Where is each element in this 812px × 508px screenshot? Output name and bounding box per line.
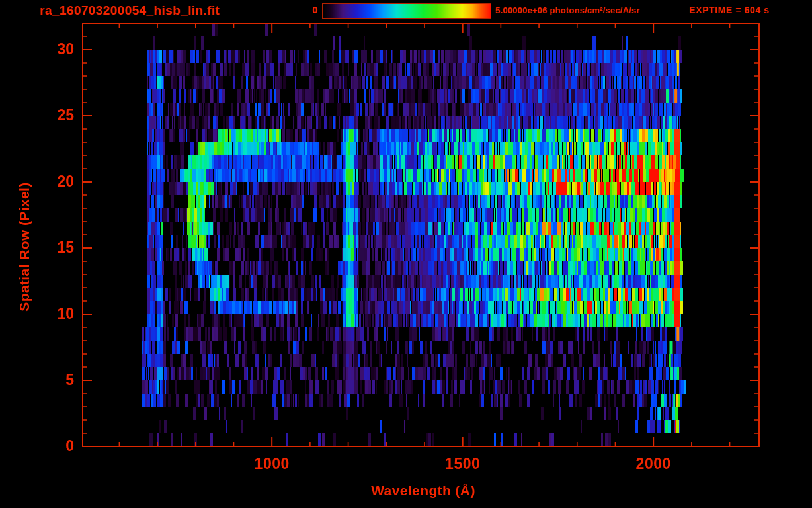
y-tick-label: 25: [0, 106, 74, 124]
y-tick-label: 30: [0, 40, 74, 58]
y-tick-label: 5: [0, 371, 74, 389]
y-axis-title: Spatial Row (Pixel): [17, 182, 32, 311]
colorbar-min-label: 0: [298, 5, 317, 15]
colorbar-max-label: 5.00000e+06 photons/cm²/sec/A/sr: [495, 5, 639, 15]
x-axis-title: Wavelength (Å): [371, 483, 475, 499]
y-tick-label: 15: [0, 239, 74, 257]
spectrum-viewer-screen: ra_160703200054_hisb_lin.fit 0 5.00000e+…: [0, 0, 812, 508]
x-tick-label: 1500: [445, 455, 480, 473]
x-tick-label: 1000: [255, 455, 290, 473]
x-tick-label: 2000: [636, 455, 671, 473]
y-tick-label: 10: [0, 305, 74, 323]
page-title: ra_160703200054_hisb_lin.fit: [40, 3, 220, 18]
colorbar-gradient: [322, 3, 491, 19]
y-tick-label: 20: [0, 173, 74, 190]
exptime-label: EXPTIME = 604 s: [689, 5, 769, 15]
spectrum-heatmap-canvas: [83, 24, 759, 446]
y-tick-label: 0: [0, 437, 74, 455]
